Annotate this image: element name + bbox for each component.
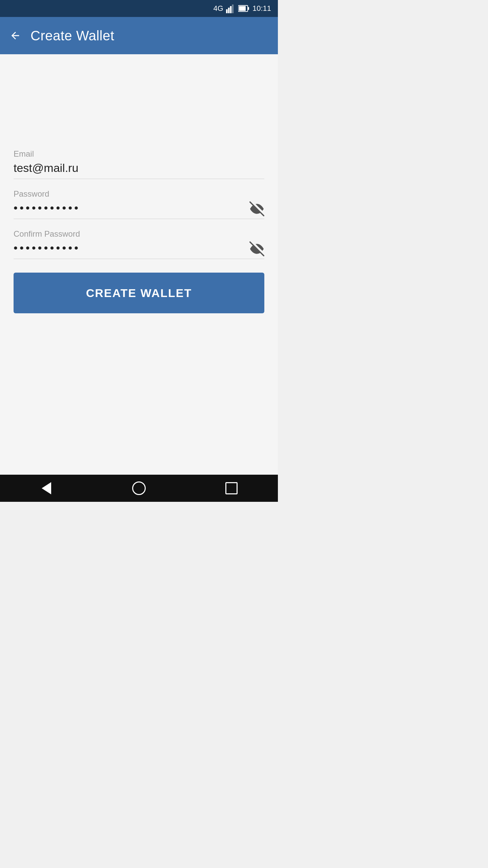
email-input[interactable] bbox=[14, 161, 264, 179]
password-toggle-icon[interactable] bbox=[249, 201, 264, 216]
status-icons: 4G 10:11 bbox=[214, 4, 271, 13]
svg-rect-3 bbox=[232, 4, 233, 13]
create-wallet-button[interactable]: CREATE WALLET bbox=[14, 273, 264, 313]
confirm-password-label: Confirm Password bbox=[14, 229, 264, 239]
password-input-wrapper bbox=[14, 201, 264, 219]
confirm-password-input[interactable] bbox=[14, 241, 264, 259]
nav-bar bbox=[0, 475, 278, 502]
svg-rect-6 bbox=[239, 6, 246, 11]
email-field-group: Email bbox=[14, 149, 264, 179]
back-button[interactable] bbox=[7, 27, 24, 44]
password-input[interactable] bbox=[14, 201, 264, 219]
svg-rect-2 bbox=[230, 6, 232, 13]
confirm-password-input-wrapper bbox=[14, 241, 264, 259]
signal-icon bbox=[226, 4, 236, 13]
nav-recent-button[interactable] bbox=[221, 478, 242, 498]
svg-rect-5 bbox=[248, 7, 249, 10]
nav-back-icon bbox=[42, 482, 51, 494]
confirm-password-field-group: Confirm Password bbox=[14, 229, 264, 259]
password-field-group: Password bbox=[14, 189, 264, 219]
svg-rect-1 bbox=[228, 8, 230, 13]
nav-recent-icon bbox=[225, 482, 238, 494]
main-content: Email Password Confirm Password bbox=[0, 54, 278, 475]
nav-home-button[interactable] bbox=[129, 478, 149, 498]
confirm-password-toggle-icon[interactable] bbox=[249, 241, 264, 256]
battery-icon bbox=[238, 5, 250, 12]
nav-home-icon bbox=[132, 481, 146, 495]
password-label: Password bbox=[14, 189, 264, 199]
nav-back-button[interactable] bbox=[36, 478, 57, 498]
email-label: Email bbox=[14, 149, 264, 159]
app-bar: Create Wallet bbox=[0, 17, 278, 54]
signal-label: 4G bbox=[214, 4, 223, 13]
status-bar: 4G 10:11 bbox=[0, 0, 278, 17]
time-label: 10:11 bbox=[252, 4, 271, 13]
svg-rect-0 bbox=[226, 9, 228, 13]
page-title: Create Wallet bbox=[30, 28, 114, 43]
